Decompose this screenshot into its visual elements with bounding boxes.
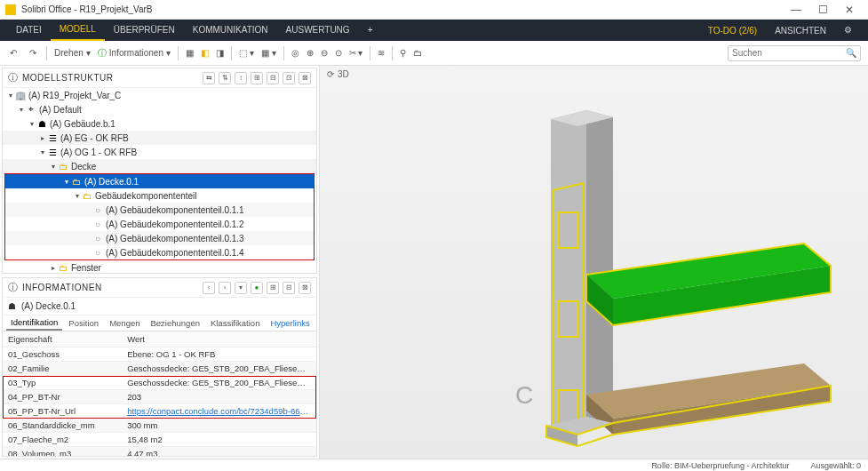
window-title: Solibri Office - R19_Projekt_VarB [21,4,783,14]
tree-row[interactable]: ▾☰(A) OG 1 - OK RFB [3,145,316,159]
panel-tool[interactable]: ‹ [203,282,215,294]
red-highlight-tree: ▾🗀(A) Decke.0.1 ▾🗀Gebäudekomponententeil… [4,173,315,260]
todo-button[interactable]: TO-DO (2/6) [699,26,766,36]
table-row[interactable]: 02_FamilieGeschossdecke: GE5_STB_200_FBA… [3,362,316,376]
tab-hyperlinks[interactable]: Hyperlinks [266,316,314,330]
col-eigenschaft[interactable]: Eigenschaft [3,331,122,347]
tool-icon-3[interactable]: ◨ [216,48,224,58]
undo-button[interactable]: ↶ [7,47,20,60]
redo-icon: ↷ [27,47,39,60]
svg-marker-0 [551,110,586,426]
informationen-button[interactable]: ⓘ Informationen ▾ [98,47,171,60]
tree-row[interactable]: ○(A) Gebäudekomponententeil.0.1.3 [5,231,314,245]
zoom-out-icon[interactable]: ⊖ [321,48,328,58]
3d-scene [320,66,868,459]
tab-beziehungen[interactable]: Beziehungen [147,316,204,330]
location-icon[interactable]: ⚲ [400,48,406,58]
panel-tool[interactable]: ● [251,282,263,294]
element-icon: ☗ [8,301,16,311]
tree-row[interactable]: ▾🏢(A) R19_Projekt_Var_C [3,88,316,102]
undo-icon: ↶ [7,47,20,60]
menu-add[interactable]: + [359,20,382,41]
layers-icon[interactable]: ≋ [378,48,385,58]
property-table: EigenschaftWert 01_GeschossEbene: OG 1 -… [3,331,316,456]
panel-tool[interactable]: ⊠ [299,282,311,294]
tree-row-selected[interactable]: ▾🗀(A) Decke.0.1 [5,174,314,188]
panel-tool[interactable]: ⊞ [251,72,263,84]
svg-marker-1 [586,110,613,423]
tree-row[interactable]: ○(A) Gebäudekomponententeil.0.1.2 [5,217,314,231]
menu-datei[interactable]: DATEI [7,20,51,41]
panel-tool[interactable]: ⊟ [283,282,295,294]
panel-tool[interactable]: ⊡ [283,72,295,84]
table-row[interactable]: 08_Volumen_m34,47 m3 [3,447,316,457]
status-rolle: Rolle: BIM-Ueberpruefung - Architektur [651,461,789,470]
table-row[interactable]: 01_GeschossEbene: OG 1 - OK RFB [3,347,316,362]
view-3d[interactable]: ⟳3D C [320,66,868,459]
menubar: DATEI MODELL ÜBERPRÜFEN KOMMUNIKATION AU… [0,20,868,41]
tool-dropdown-icon[interactable]: ✂ ▾ [349,48,363,58]
info-element-row: ☗ (A) Decke.0.1 [3,298,316,315]
panel-tool[interactable]: ↕ [235,72,247,84]
table-row[interactable]: 05_PP_BT-Nr_Urlhttps://conpact.conclude.… [3,404,316,419]
zoom-in-icon[interactable]: ⊕ [307,48,314,58]
model-tree[interactable]: ▾🏢(A) R19_Projekt_Var_C ▾⌖(A) Default ▾☗… [3,88,316,273]
tab-mengen[interactable]: Mengen [105,316,144,330]
panel-tool[interactable]: ⇅ [219,72,231,84]
tool-target-icon[interactable]: ◎ [291,48,299,58]
tool-icon-2[interactable]: ◧ [201,48,209,58]
minimize-button[interactable]: — [783,4,809,16]
close-button[interactable]: ✕ [836,4,863,16]
info-icon: ⓘ [8,71,18,84]
search-input[interactable] [732,48,846,58]
tree-row[interactable]: ▾⌖(A) Default [3,102,316,116]
app-icon [5,4,16,15]
tree-row[interactable]: ○(A) Gebäudekomponententeil.0.1.1 [5,203,314,217]
tree-row[interactable]: ▾☗(A) Gebäude.b.1 [3,116,316,131]
ansichten-button[interactable]: ANSICHTEN [766,26,835,36]
panel-tool[interactable]: ⇆ [203,72,215,84]
panel-tool[interactable]: ⊞ [267,282,279,294]
informationen-panel: ⓘ INFORMATIONEN ‹ › ▾ ● ⊞ ⊟ ⊠ ☗ (A) Deck… [2,277,317,457]
tool-grid-icon[interactable]: ▦ ▾ [261,48,276,58]
table-row[interactable]: 06_Standarddicke_mm300 mm [3,419,316,433]
panel-tool[interactable]: ▾ [235,282,247,294]
panel-tool[interactable]: ⊠ [299,72,311,84]
tool-box-icon[interactable]: ⬚ ▾ [239,48,254,58]
orientation-cube[interactable]: C [515,381,533,410]
statusbar: Rolle: BIM-Ueberpruefung - Architektur A… [0,459,868,471]
panel-tool[interactable]: › [219,282,231,294]
info-icon: ⓘ [8,281,18,294]
tab-identifikation[interactable]: Identifikation [6,315,62,331]
table-row[interactable]: 07_Flaeche_m215,48 m2 [3,433,316,447]
red-highlight-rows: 03_TypGeschossdecke: GE5_STB_200_FBA_Fli… [3,376,316,419]
tree-row[interactable]: ○(A) Gebäudekomponententeil.0.1.4 [5,245,314,259]
maximize-button[interactable]: ☐ [809,4,836,16]
menu-kommunikation[interactable]: KOMMUNIKATION [184,20,277,41]
folder-icon[interactable]: 🗀 [413,48,422,58]
menu-ueberpruefen[interactable]: ÜBERPRÜFEN [105,20,184,41]
tree-row[interactable]: ▾🗀Decke [3,159,316,173]
tree-row[interactable]: ▾🗀Gebäudekomponententeil [5,188,314,203]
menu-auswertung[interactable]: AUSWERTUNG [277,20,359,41]
panel-tool[interactable]: ⊟ [267,72,279,84]
info-tabs: Identifikation Position Mengen Beziehung… [3,315,316,331]
tab-klassifikation[interactable]: Klassifikation [206,316,264,330]
zoom-fit-icon[interactable]: ⊙ [335,48,342,58]
tree-row[interactable]: ▸☰(A) EG - OK RFB [3,131,316,145]
modellstruktur-panel: ⓘ MODELLSTRUKTUR ⇆ ⇅ ↕ ⊞ ⊟ ⊡ ⊠ ▾🏢(A) R19… [2,68,317,274]
toolbar: ↶ ↷ Drehen ▾ ⓘ Informationen ▾ ▦ ◧ ◨ ⬚ ▾… [0,41,868,66]
settings-icon[interactable]: ⚙ [835,20,861,41]
tab-position[interactable]: Position [64,316,103,330]
table-row[interactable]: 03_TypGeschossdecke: GE5_STB_200_FBA_Fli… [3,376,316,390]
drehen-button[interactable]: Drehen ▾ [54,48,91,58]
redo-button[interactable]: ↷ [27,47,39,60]
col-wert[interactable]: Wert [122,331,316,347]
status-ausgewaehlt: Ausgewählt: 0 [810,461,861,470]
tree-row[interactable]: ▸🗀Fenster [3,260,316,273]
element-name: (A) Decke.0.1 [21,301,76,311]
search-box[interactable]: 🔍 [728,45,861,61]
table-row[interactable]: 04_PP_BT-Nr203 [3,390,316,404]
tool-icon-1[interactable]: ▦ [186,48,194,58]
menu-modell[interactable]: MODELL [51,20,105,41]
